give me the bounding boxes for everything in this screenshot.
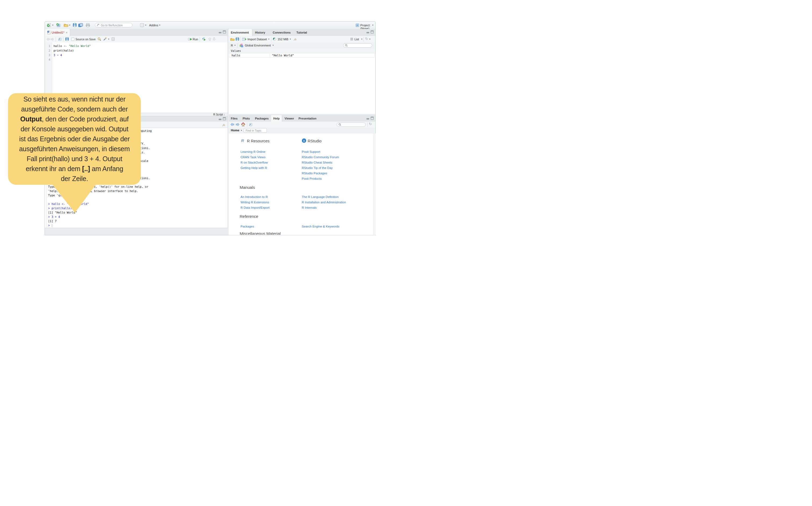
home-dropdown[interactable]: ▼ [240,130,242,131]
import-dataset-button[interactable]: Import Dataset [247,37,267,41]
help-link[interactable]: R Data Import/Export [240,205,269,210]
save-workspace-icon[interactable] [236,37,239,41]
help-link[interactable]: RStudio Packages [302,171,339,176]
import-dataset-dropdown[interactable]: ▼ [268,38,270,40]
code-line-2: print(hallo) [54,48,74,53]
save-source-icon[interactable] [65,37,69,41]
minimize-pane-icon[interactable] [366,31,370,33]
tab-untitled1[interactable]: R Untitled1* ✕ [45,29,70,36]
help-link[interactable]: RStudio Community Forum [302,154,339,160]
help-forward-icon[interactable] [236,123,240,126]
run-button[interactable]: Run [193,37,198,41]
goto-file-search[interactable]: Go to file/function [95,23,133,27]
find-replace-icon[interactable] [97,37,101,41]
help-link[interactable]: Getting Help with R [240,165,268,171]
import-dataset-icon[interactable] [242,37,246,41]
maximize-pane-icon[interactable] [371,116,374,120]
open-file-dropdown[interactable]: ▼ [69,24,71,26]
addins-dropdown[interactable]: ▼ [159,24,161,26]
list-view-dropdown[interactable]: ▼ [361,38,363,40]
addins-button[interactable]: Addins [149,24,158,27]
goto-placeholder: Go to file/function [101,24,123,27]
memory-dropdown[interactable]: ▼ [290,38,291,40]
popout-icon[interactable] [249,123,252,126]
help-link[interactable]: Search Engine & Keywords [302,224,339,229]
help-search[interactable] [337,122,366,127]
help-link[interactable]: An Introduction to R [240,194,269,199]
refresh-icon[interactable]: ↻ [365,37,368,41]
help-link[interactable]: The R Language Definition [302,194,346,199]
save-all-icon[interactable] [78,23,83,27]
source-on-save-checkbox[interactable] [71,37,74,41]
maximize-pane-icon[interactable] [371,30,374,33]
tab-close-icon[interactable]: ✕ [66,31,68,34]
tab-connections[interactable]: Connections [270,29,293,36]
help-content[interactable]: R R Resources R RStudio Learning R Onlin… [229,134,374,235]
tab-plots[interactable]: Plots [240,115,252,122]
forward-icon[interactable] [51,37,54,41]
new-file-icon[interactable] [47,23,51,27]
tab-viewer[interactable]: Viewer [282,115,296,122]
global-environment-selector[interactable]: Global Environment [245,44,271,47]
r-resources-links: Learning R OnlineCRAN Task ViewsR on Sta… [240,149,268,171]
popout-icon[interactable] [58,37,62,41]
minimize-pane-icon[interactable] [219,31,222,33]
new-file-dropdown[interactable]: ▼ [52,24,54,26]
list-view-selector[interactable]: List [354,37,359,41]
clear-environment-broom-icon[interactable] [293,37,297,41]
help-link[interactable]: R on StackOverflow [240,160,268,165]
home-icon[interactable] [241,122,245,126]
help-link[interactable]: CRAN Task Views [240,154,268,160]
tab-help[interactable]: Help [271,115,282,122]
maximize-pane-icon[interactable] [223,30,226,33]
file-type-selector[interactable]: R Script ↕ [213,113,225,116]
console-line: [1] 7 [48,219,152,223]
compile-report-icon[interactable] [111,37,115,41]
open-file-icon[interactable] [64,23,68,27]
clear-console-broom-icon[interactable] [222,123,226,127]
back-icon[interactable] [47,37,50,41]
help-link[interactable]: RStudio Cheat Sheets [302,160,339,165]
print-icon[interactable] [86,23,90,27]
tab-tutorial[interactable]: Tutorial [294,29,309,36]
addins-grid-dropdown[interactable]: ▼ [145,24,147,26]
tab-environment[interactable]: Environment [229,29,252,36]
save-icon[interactable] [73,23,77,27]
global-environment-dropdown[interactable]: ▼ [272,44,274,46]
manuals-links-right: The R Language DefinitionR Installation … [302,194,346,210]
help-refresh-icon[interactable]: ↻ [369,122,372,126]
help-link[interactable]: Posit Support [302,149,339,154]
maximize-pane-icon[interactable] [223,117,226,120]
memory-usage-label[interactable]: 152 MiB [277,37,288,41]
help-link[interactable]: R Installation and Administration [302,199,346,205]
environment-search[interactable] [343,43,372,48]
load-workspace-icon[interactable] [230,37,235,41]
refresh-dropdown[interactable]: ▼ [369,38,371,40]
find-in-topic-input[interactable]: Find in Topic [244,128,267,133]
tab-history[interactable]: History [253,29,267,36]
language-dropdown[interactable]: ▼ [234,44,236,46]
addins-grid-icon[interactable] [140,23,144,27]
help-scrollbar[interactable] [374,134,376,235]
help-link[interactable]: Writing R Extensions [240,199,269,205]
home-selector[interactable]: Home [231,129,239,132]
tab-presentation[interactable]: Presentation [296,115,319,122]
tab-files[interactable]: Files [229,115,240,122]
help-link[interactable]: Learning R Online [240,149,268,154]
help-link[interactable]: Packages [240,224,254,229]
environment-row-hallo[interactable]: hallo "Hello World" [229,53,375,58]
language-selector[interactable]: R [231,44,233,47]
new-project-icon[interactable]: R [56,23,61,27]
reference-links-right: Search Engine & Keywords [302,224,339,229]
help-link[interactable]: Posit Products [302,176,339,181]
minimize-pane-icon[interactable] [219,118,222,120]
code-tools-dropdown[interactable]: ▼ [108,38,110,40]
minimize-pane-icon[interactable] [366,117,370,120]
code-tools-wand-icon[interactable] [103,37,107,41]
help-back-icon[interactable] [230,123,234,126]
help-link[interactable]: RStudio Tip of the Day [302,165,339,171]
tab-packages[interactable]: Packages [253,115,271,122]
run-icon[interactable] [188,37,192,41]
help-link[interactable]: R Internals [302,205,346,210]
project-dropdown[interactable]: ▼ [372,24,374,26]
